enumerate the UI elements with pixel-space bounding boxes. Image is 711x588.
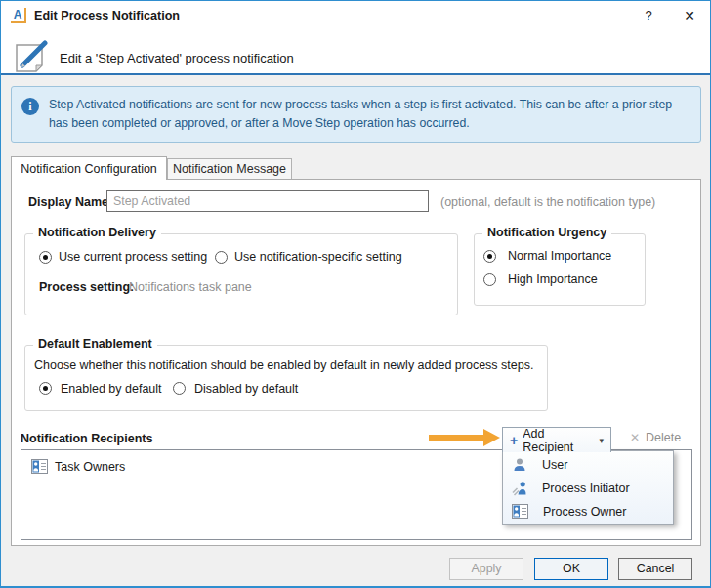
info-banner: i Step Activated notifications are sent … — [11, 86, 701, 143]
radio-use-current-process-setting-label[interactable]: Use current process setting — [59, 250, 207, 264]
add-recipient-label: Add Recipient — [523, 427, 592, 454]
delete-label: Delete — [646, 431, 681, 444]
notification-urgency-title: Notification Urgency — [482, 226, 611, 239]
radio-use-notification-specific-setting[interactable] — [215, 251, 228, 264]
radio-disabled-by-default[interactable] — [173, 382, 186, 395]
title-bar: A Edit Process Notification ? ✕ — [1, 1, 710, 30]
add-recipient-menu: User Process Initiator — [502, 450, 674, 525]
radio-use-notification-specific-setting-label[interactable]: Use notification-specific setting — [234, 250, 402, 264]
chevron-down-icon: ▾ — [599, 436, 604, 445]
process-owner-card-icon — [512, 504, 528, 519]
cancel-button[interactable]: Cancel — [618, 558, 692, 580]
tab-notification-message[interactable]: Notification Message — [167, 158, 292, 179]
default-enablement-group: Default Enablement Choose whether this n… — [24, 345, 548, 411]
annotation-arrow-head — [483, 429, 500, 446]
process-initiator-icon — [512, 481, 527, 496]
app-icon: A — [11, 8, 26, 23]
notification-delivery-title: Notification Delivery — [33, 226, 161, 239]
edit-process-notification-dialog: A Edit Process Notification ? ✕ Edit a '… — [0, 0, 711, 588]
window-title: Edit Process Notification — [34, 9, 180, 22]
radio-disabled-by-default-label[interactable]: Disabled by default — [194, 382, 298, 396]
radio-normal-importance-label[interactable]: Normal Importance — [508, 249, 611, 263]
default-enablement-description: Choose whether this notification should … — [34, 358, 533, 372]
menu-item-user[interactable]: User — [503, 452, 673, 477]
notification-urgency-group: Notification Urgency Normal Importance H… — [474, 233, 646, 306]
display-name-label: Display Name — [28, 195, 108, 209]
plus-icon: + — [510, 434, 518, 447]
info-icon: i — [21, 98, 39, 115]
recipient-item-label: Task Owners — [55, 460, 125, 474]
dialog-subtitle: Edit a 'Step Activated' process notifica… — [60, 51, 294, 65]
menu-item-label: Process Owner — [543, 505, 626, 519]
menu-item-process-initiator[interactable]: Process Initiator — [503, 476, 673, 500]
process-setting-value: Notifications task pane — [129, 280, 252, 294]
add-recipient-button[interactable]: + Add Recipient ▾ — [502, 427, 611, 452]
edit-note-icon — [14, 40, 53, 73]
process-setting-label: Process setting: — [39, 280, 134, 294]
display-name-note: (optional, default is the notification t… — [440, 195, 655, 209]
apply-button[interactable]: Apply — [449, 558, 523, 580]
notification-recipients-title: Notification Recipients — [21, 432, 152, 445]
delete-recipient-button[interactable]: ✕ Delete — [630, 431, 681, 444]
info-banner-text: Step Activated notifications are sent fo… — [49, 96, 693, 133]
radio-use-current-process-setting[interactable] — [39, 251, 52, 264]
help-button[interactable]: ? — [636, 5, 661, 26]
ok-button[interactable]: OK — [534, 558, 608, 580]
radio-enabled-by-default[interactable] — [39, 382, 52, 395]
annotation-arrow — [429, 435, 485, 441]
menu-item-process-owner[interactable]: Process Owner — [503, 499, 673, 524]
radio-high-importance[interactable] — [483, 273, 496, 286]
task-owners-card-icon — [31, 459, 48, 474]
radio-enabled-by-default-label[interactable]: Enabled by default — [61, 382, 162, 396]
radio-high-importance-label[interactable]: High Importance — [508, 273, 598, 286]
radio-normal-importance[interactable] — [483, 250, 496, 263]
display-name-input[interactable] — [106, 190, 429, 212]
user-icon — [512, 457, 527, 473]
notification-delivery-group: Notification Delivery Use current proces… — [24, 233, 458, 315]
menu-item-label: Process Initiator — [542, 482, 630, 495]
menu-item-label: User — [542, 458, 567, 472]
recipient-item-task-owners[interactable]: Task Owners — [31, 459, 125, 474]
close-button[interactable]: ✕ — [677, 5, 702, 26]
delete-x-icon: ✕ — [630, 431, 640, 444]
tab-notification-configuration[interactable]: Notification Configuration — [11, 156, 167, 180]
default-enablement-title: Default Enablement — [33, 337, 157, 351]
